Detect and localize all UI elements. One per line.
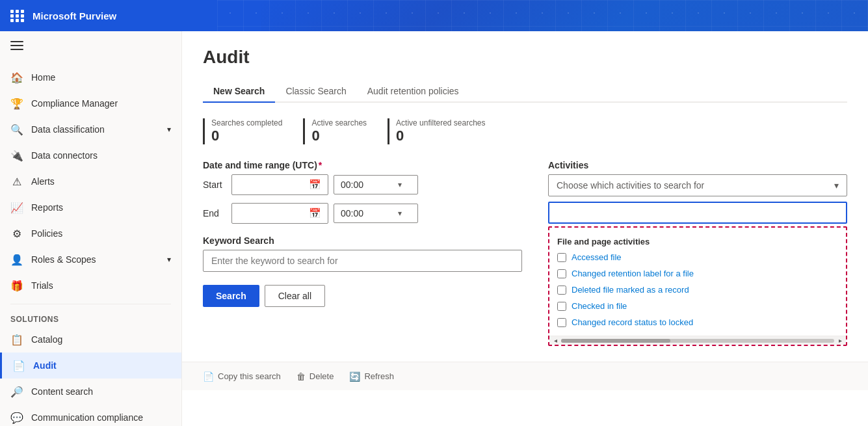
activity-checkbox-4[interactable] xyxy=(557,318,566,327)
svg-rect-2 xyxy=(10,49,23,50)
sidebar-item-data-classification[interactable]: 🔍 Data classification ▾ xyxy=(0,116,181,142)
reports-icon: 📈 xyxy=(10,201,23,214)
form-section: Date and time range (UTC)* Start Mar 09 … xyxy=(203,160,847,346)
sidebar-item-roles-scopes[interactable]: 👤 Roles & Scopes ▾ xyxy=(0,246,181,273)
main-content-area: Audit New Search Classic Search Audit re… xyxy=(182,31,868,426)
keyword-input[interactable] xyxy=(203,250,522,272)
activity-deleted-file-record[interactable]: Deleted file marked as a record xyxy=(549,282,846,298)
activity-changed-record-locked[interactable]: Changed record status to locked xyxy=(549,314,846,330)
sidebar-item-compliance-manager[interactable]: 🏆 Compliance Manager xyxy=(0,90,181,116)
svg-rect-0 xyxy=(10,41,23,42)
stats-row: Searches completed 0 Active searches 0 A… xyxy=(203,118,847,144)
start-label: Start xyxy=(203,180,226,190)
activities-placeholder: Choose which activities to search for xyxy=(557,180,704,191)
compliance-icon: 🏆 xyxy=(10,97,23,110)
end-time-dropdown[interactable]: 00:00 01:00 xyxy=(341,208,393,219)
end-time-select[interactable]: 00:00 01:00 ▾ xyxy=(334,204,418,223)
date-range-label: Date and time range (UTC)* xyxy=(203,160,522,170)
sidebar-item-compliance-label: Compliance Manager xyxy=(31,98,118,109)
sidebar-item-audit[interactable]: 📄 Audit xyxy=(0,353,181,379)
sidebar-item-home-label: Home xyxy=(31,72,55,83)
clear-button[interactable]: Clear all xyxy=(265,285,325,307)
end-date-input[interactable]: Mar 10 2023 📅 xyxy=(231,203,328,224)
sidebar-item-catalog-label: Catalog xyxy=(31,334,62,345)
calendar-icon-start: 📅 xyxy=(309,179,321,191)
start-date-field[interactable]: Mar 09 2023 xyxy=(239,180,304,190)
waffle-icon[interactable] xyxy=(10,10,25,22)
copy-search-label: Copy this search xyxy=(218,371,281,381)
tab-audit-retention[interactable]: Audit retention policies xyxy=(357,81,469,103)
activity-checked-in-file[interactable]: Checked in file xyxy=(549,298,846,314)
end-date-field[interactable]: Mar 10 2023 xyxy=(239,208,304,219)
stat-searches-completed-value: 0 xyxy=(211,127,282,144)
connectors-icon: 🔌 xyxy=(10,149,23,162)
sidebar-item-trials[interactable]: 🎁 Trials xyxy=(0,273,181,299)
svg-rect-1 xyxy=(10,45,23,46)
sidebar-item-home[interactable]: 🏠 Home xyxy=(0,64,181,90)
sidebar-item-policies-label: Policies xyxy=(31,228,62,239)
content-search-icon: 🔎 xyxy=(10,385,23,398)
activities-search-input[interactable] xyxy=(548,202,847,224)
sidebar-item-communication-compliance[interactable]: 💬 Communication compliance xyxy=(0,405,181,426)
start-date-input[interactable]: Mar 09 2023 📅 xyxy=(231,174,328,195)
chevron-down-icon: ▾ xyxy=(167,125,171,134)
activity-checkbox-3[interactable] xyxy=(557,302,566,311)
sidebar-item-communication-label: Communication compliance xyxy=(31,412,143,423)
activities-dropdown[interactable]: Choose which activities to search for ▾ xyxy=(548,174,847,196)
tabs: New Search Classic Search Audit retentio… xyxy=(203,81,847,103)
activity-label-4[interactable]: Changed record status to locked xyxy=(572,317,693,327)
hamburger-button[interactable] xyxy=(0,31,181,62)
copy-search-icon: 📄 xyxy=(203,371,214,382)
sidebar-item-alerts[interactable]: ⚠ Alerts xyxy=(0,168,181,194)
stat-searches-completed: Searches completed 0 xyxy=(203,118,282,144)
sidebar-item-reports[interactable]: 📈 Reports xyxy=(0,194,181,220)
horizontal-scrollbar[interactable]: ◂ ▸ xyxy=(549,336,846,345)
start-date-row: Start Mar 09 2023 📅 00:00 01:00 ▾ xyxy=(203,174,522,195)
copy-search-action[interactable]: 📄 Copy this search xyxy=(203,371,281,382)
activity-accessed-file[interactable]: Accessed file xyxy=(549,249,846,265)
scroll-left-arrow[interactable]: ◂ xyxy=(551,336,560,345)
activity-label-0[interactable]: Accessed file xyxy=(572,252,622,262)
activity-label-1[interactable]: Changed retention label for a file xyxy=(572,269,694,278)
scrollbar-track xyxy=(561,339,834,343)
stat-active-unfiltered: Active unfiltered searches 0 xyxy=(388,118,485,144)
app-title: Microsoft Purview xyxy=(33,10,116,21)
bottom-bar: 📄 Copy this search 🗑 Delete 🔄 Refresh xyxy=(182,362,868,390)
activity-checkbox-2[interactable] xyxy=(557,286,566,295)
start-time-dropdown[interactable]: 00:00 01:00 xyxy=(341,180,393,190)
activities-panel: Activities Choose which activities to se… xyxy=(548,160,847,346)
tab-new-search[interactable]: New Search xyxy=(203,81,275,103)
sidebar-item-alerts-label: Alerts xyxy=(31,176,55,187)
sidebar-item-classification-label: Data classification xyxy=(31,124,105,135)
activity-label-3[interactable]: Checked in file xyxy=(572,301,627,311)
refresh-action[interactable]: 🔄 Refresh xyxy=(349,371,394,382)
delete-label: Delete xyxy=(309,371,334,381)
sidebar-item-connectors-label: Data connectors xyxy=(31,150,98,161)
sidebar-item-policies[interactable]: ⚙ Policies xyxy=(0,220,181,246)
activity-label-2[interactable]: Deleted file marked as a record xyxy=(572,285,689,295)
end-date-row: End Mar 10 2023 📅 00:00 01:00 ▾ xyxy=(203,203,522,224)
roles-icon: 👤 xyxy=(10,253,23,266)
stat-searches-completed-label: Searches completed xyxy=(211,118,282,127)
sidebar-nav: 🏠 Home 🏆 Compliance Manager 🔍 Data class… xyxy=(0,62,181,426)
topbar: Microsoft Purview xyxy=(0,0,868,31)
start-time-select[interactable]: 00:00 01:00 ▾ xyxy=(334,175,418,194)
alerts-icon: ⚠ xyxy=(10,175,23,188)
stat-active-searches-label: Active searches xyxy=(311,118,367,127)
sidebar-item-content-search[interactable]: 🔎 Content search xyxy=(0,379,181,405)
delete-icon: 🗑 xyxy=(296,371,306,382)
delete-action[interactable]: 🗑 Delete xyxy=(296,371,334,382)
activity-changed-retention-label[interactable]: Changed retention label for a file xyxy=(549,265,846,282)
required-marker: * xyxy=(319,160,322,170)
audit-icon: 📄 xyxy=(12,359,25,372)
stat-active-unfiltered-value: 0 xyxy=(396,127,485,144)
scroll-right-arrow[interactable]: ▸ xyxy=(835,336,845,345)
chevron-down-icon-roles: ▾ xyxy=(167,255,171,264)
sidebar-item-data-connectors[interactable]: 🔌 Data connectors xyxy=(0,142,181,168)
tab-classic-search[interactable]: Classic Search xyxy=(275,81,356,103)
activity-checkbox-0[interactable] xyxy=(557,253,566,262)
sidebar-item-catalog[interactable]: 📋 Catalog xyxy=(0,326,181,353)
search-button[interactable]: Search xyxy=(203,285,259,307)
activity-checkbox-1[interactable] xyxy=(557,269,566,278)
button-row: Search Clear all xyxy=(203,285,522,307)
